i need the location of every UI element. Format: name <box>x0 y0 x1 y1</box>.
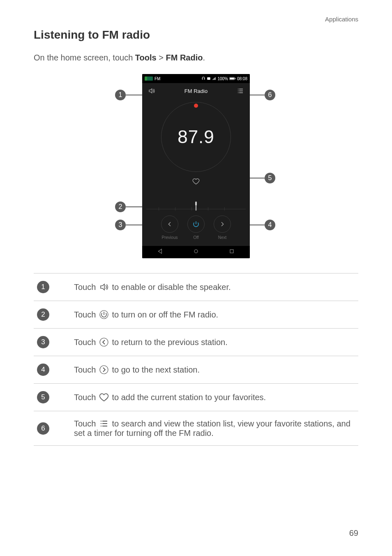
table-row: 6 Touch to search and view the station l… <box>34 411 358 446</box>
battery-text: 100% <box>217 76 228 81</box>
page-number: 69 <box>349 528 358 538</box>
page-title: Listening to FM radio <box>34 28 358 42</box>
intro-suffix: . <box>203 53 205 62</box>
callout-6: 6 <box>265 90 275 100</box>
callout-5: 5 <box>265 173 275 183</box>
tuner-dial-area: 87.9 <box>142 99 250 189</box>
table-row: 5 Touch to add the current station to yo… <box>34 384 358 411</box>
battery-icon <box>229 76 236 81</box>
svg-rect-2 <box>230 78 234 79</box>
svg-rect-4 <box>195 202 197 206</box>
recent-icon[interactable] <box>228 248 235 256</box>
signal-icon <box>212 76 216 81</box>
row-post: to return to the previous station. <box>112 338 228 347</box>
frequency-scale[interactable] <box>142 189 250 214</box>
chevron-right-icon <box>214 215 231 233</box>
heart-icon <box>99 392 109 402</box>
next-label: Next <box>218 235 227 240</box>
heart-icon[interactable] <box>192 178 200 187</box>
app-title: FM Radio <box>184 88 208 94</box>
headphone-icon <box>201 76 205 81</box>
row-pre: Touch <box>74 365 98 374</box>
legend-table: 1 Touch to enable or disable the speaker… <box>34 273 358 446</box>
intro-sep: > <box>159 53 166 62</box>
intro-text: On the home screen, touch Tools > FM Rad… <box>34 53 358 63</box>
chevron-right-icon <box>99 365 109 375</box>
svg-point-5 <box>194 250 198 253</box>
off-label: Off <box>193 235 198 240</box>
table-row: 3 Touch to return to the previous statio… <box>34 329 358 356</box>
list-icon[interactable] <box>237 87 244 95</box>
intro-prefix: On the home screen, touch <box>34 53 135 62</box>
callout-2: 2 <box>115 202 126 212</box>
list-icon <box>99 419 109 429</box>
scale-tick <box>159 207 159 211</box>
table-row: 4 Touch to go to the next station. <box>34 356 358 384</box>
next-control[interactable]: Next <box>214 215 231 240</box>
previous-control[interactable]: Previous <box>161 215 178 240</box>
chevron-left-icon <box>99 337 109 347</box>
row-text-6: Touch to search and view the station lis… <box>71 411 358 446</box>
intro-path-tools: Tools <box>135 53 157 62</box>
table-row: 2 Touch to turn on or off the FM radio. <box>34 301 358 329</box>
svg-point-8 <box>100 338 108 346</box>
row-badge-1: 1 <box>37 281 49 293</box>
table-row: 1 Touch to enable or disable the speaker… <box>34 273 358 301</box>
statusbar-right: 100% 08:08 <box>201 76 247 81</box>
app-topbar: FM Radio <box>142 83 250 99</box>
row-badge-5: 5 <box>37 391 49 403</box>
callout-3: 3 <box>115 220 126 230</box>
statusbar-app-label: FM <box>154 76 160 81</box>
row-post: to turn on or off the FM radio. <box>112 310 219 319</box>
speaker-icon[interactable] <box>148 87 155 95</box>
row-badge-6: 6 <box>37 422 49 435</box>
header-category: Applications <box>34 16 358 23</box>
carrier-indicator <box>145 76 153 81</box>
android-navbar <box>142 246 250 258</box>
intro-path-fm: FM Radio <box>166 53 203 62</box>
document-page: Applications Listening to FM radio On th… <box>0 0 392 556</box>
row-post: to add the current station to your favor… <box>112 393 266 402</box>
row-text-3: Touch to return to the previous station. <box>71 329 358 356</box>
card-icon <box>207 76 211 81</box>
row-pre: Touch <box>74 310 98 319</box>
svg-rect-6 <box>230 250 233 253</box>
row-badge-3: 3 <box>37 336 49 348</box>
previous-label: Previous <box>162 235 178 240</box>
row-post: to go to the next station. <box>112 365 200 374</box>
row-pre: Touch <box>74 338 98 347</box>
chevron-left-icon <box>161 215 178 233</box>
svg-rect-0 <box>208 77 211 80</box>
scale-pointer-icon <box>193 202 199 212</box>
power-icon <box>187 215 205 233</box>
svg-rect-3 <box>235 78 235 79</box>
row-badge-4: 4 <box>37 364 49 376</box>
status-bar: FM 100% 08:08 <box>142 74 250 83</box>
power-control[interactable]: Off <box>187 215 205 240</box>
phone-illustration: 1 6 5 2 3 4 FM 100% <box>34 74 358 263</box>
statusbar-time: 08:08 <box>237 76 247 81</box>
row-text-4: Touch to go to the next station. <box>71 356 358 384</box>
scale-tick <box>224 207 225 211</box>
power-icon <box>99 310 109 320</box>
row-text-2: Touch to turn on or off the FM radio. <box>71 301 358 329</box>
row-badge-2: 2 <box>37 308 49 321</box>
tuner-dial[interactable]: 87.9 <box>161 102 231 172</box>
playback-controls: Previous Off Next <box>142 214 250 246</box>
svg-point-9 <box>100 366 108 374</box>
dial-indicator-dot <box>194 104 198 108</box>
back-icon[interactable] <box>157 248 164 256</box>
statusbar-left: FM <box>145 76 160 81</box>
row-post: to search and view the station list, vie… <box>74 419 350 438</box>
row-pre: Touch <box>74 283 98 292</box>
row-pre: Touch <box>74 393 98 402</box>
phone-frame: FM 100% 08:08 FM Radio <box>142 74 250 258</box>
scale-tick <box>208 207 208 211</box>
row-text-5: Touch to add the current station to your… <box>71 384 358 411</box>
row-text-1: Touch to enable or disable the speaker. <box>71 273 358 301</box>
speaker-icon <box>99 282 109 292</box>
scale-tick <box>175 207 175 211</box>
row-post: to enable or disable the speaker. <box>112 283 231 292</box>
home-icon[interactable] <box>193 248 199 256</box>
frequency-value: 87.9 <box>178 127 214 147</box>
